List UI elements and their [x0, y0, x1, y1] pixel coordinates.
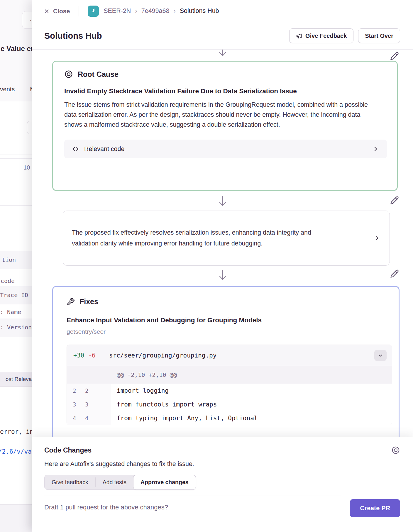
- breadcrumb-page: Solutions Hub: [180, 7, 219, 15]
- root-cause-body: The issue stems from strict validation r…: [64, 100, 377, 130]
- page-title: Solutions Hub: [44, 31, 285, 41]
- target-icon: [64, 70, 73, 79]
- code-icon: [72, 145, 79, 153]
- wrench-icon: [67, 298, 75, 306]
- root-cause-heading-label: Root Cause: [78, 70, 119, 79]
- start-over-button[interactable]: Start Over: [358, 28, 400, 43]
- create-pr-row: Draft 1 pull request for the above chang…: [44, 496, 400, 517]
- fixes-heading-label: Fixes: [79, 297, 98, 306]
- diff-deletions: -6: [88, 352, 96, 359]
- close-icon: [44, 8, 50, 14]
- kv-label-version: : Version: [0, 324, 32, 331]
- approve-changes-tab[interactable]: Approve changes: [133, 475, 196, 490]
- seer-glyph-icon: [90, 8, 97, 15]
- close-button[interactable]: Close: [44, 8, 70, 15]
- fixes-card: Fixes Enhance Input Validation and Debug…: [52, 286, 400, 437]
- fix-title: Enhance Input Validation and Debugging f…: [67, 316, 392, 324]
- solutions-hub-drawer: Close SEER-2N › 7e499a68 › Solutions Hub…: [32, 0, 413, 532]
- chevron-right-icon: [373, 234, 381, 242]
- flow-arrow-down-icon: [216, 50, 229, 58]
- root-cause-heading: Root Cause: [64, 70, 387, 79]
- flow-arrow-down-icon: [216, 269, 229, 282]
- background-footer: [0, 504, 35, 532]
- diff-header: +30 -6 src/seer/grouping/grouping.py: [67, 345, 392, 366]
- edit-fixes-button[interactable]: [389, 268, 400, 279]
- edit-root-cause-button[interactable]: [389, 51, 400, 61]
- divider: [0, 225, 35, 225]
- root-cause-title: Invalid Empty Stacktrace Validation Fail…: [64, 87, 387, 95]
- assessment-body: The proposed fix effectively resolves se…: [72, 227, 337, 249]
- create-pr-button[interactable]: Create PR: [350, 499, 400, 517]
- drawer-topbar: Close SEER-2N › 7e499a68 › Solutions Hub: [32, 0, 413, 22]
- add-tests-tab[interactable]: Add tests: [96, 475, 133, 489]
- assessment-card[interactable]: The proposed fix effectively resolves se…: [63, 211, 390, 266]
- diff-file-path: src/seer/grouping/grouping.py: [109, 352, 217, 359]
- drawer-header: Solutions Hub Give Feedback Start Over: [32, 22, 413, 50]
- relevant-code-label: Relevant code: [84, 145, 124, 153]
- kv-label-trace-id: Trace ID: [0, 292, 28, 299]
- diff-hunk-header: @@ -2,10 +2,10 @@: [67, 366, 392, 384]
- diff-line-numbers: 44: [67, 411, 111, 425]
- diff-line: 22 import logging: [67, 384, 392, 397]
- divider: [79, 6, 79, 16]
- megaphone-icon: [296, 33, 302, 39]
- chevron-right-icon: ›: [135, 7, 137, 15]
- kv-label-tion: tion: [2, 256, 16, 263]
- divider: [0, 205, 35, 206]
- diff-additions: +30: [73, 352, 84, 359]
- action-segmented-control: Give feedback Add tests Approve changes: [44, 475, 196, 490]
- drawer-scroll-area[interactable]: Root Cause Invalid Empty Stacktrace Vali…: [32, 50, 413, 437]
- pencil-icon: [390, 52, 399, 60]
- diff-line-numbers: 33: [67, 397, 111, 411]
- chevron-right-icon: ›: [173, 7, 175, 15]
- divider: [0, 101, 35, 101]
- give-feedback-button[interactable]: Give Feedback: [289, 28, 353, 43]
- issue-title-clipped: e Value er: [1, 45, 33, 53]
- code-changes-title: Code Changes: [44, 446, 92, 454]
- kv-label-code: code: [1, 277, 15, 284]
- code-changes-subtitle: Here are Autofix's suggested changes to …: [44, 460, 400, 468]
- diff-line-code: import logging: [111, 384, 169, 397]
- diff-card: +30 -6 src/seer/grouping/grouping.py @@ …: [67, 345, 392, 425]
- diff-line-code: from typing import Any, List, Optional: [111, 411, 258, 425]
- background-page: ·· e Value er vents Me 10 tion code Trac…: [0, 0, 35, 532]
- docs-link-clipped[interactable]: /2.6/v/va: [0, 448, 32, 455]
- relevant-code-expander[interactable]: Relevant code: [64, 140, 387, 158]
- diff-line: 33 from functools import wraps: [67, 397, 392, 411]
- code-changes-footer: Code Changes Here are Autofix's suggeste…: [32, 437, 413, 532]
- draft-question: Draft 1 pull request for the above chang…: [44, 496, 341, 511]
- diff-line-numbers: 22: [67, 384, 111, 397]
- root-cause-card: Root Cause Invalid Empty Stacktrace Vali…: [52, 61, 398, 191]
- flow-arrow-down-icon: [216, 195, 229, 208]
- kv-label-name: : Name: [0, 309, 21, 316]
- count-label: 10: [23, 164, 30, 171]
- diff-line-code: from functools import wraps: [111, 397, 217, 411]
- seer-logo-icon: [88, 6, 99, 17]
- pencil-icon: [390, 269, 399, 278]
- diff-collapse-button[interactable]: [374, 350, 387, 361]
- breadcrumb-issue[interactable]: 7e499a68: [141, 7, 170, 15]
- fixes-heading: Fixes: [67, 297, 392, 306]
- edit-assessment-button[interactable]: [389, 195, 400, 206]
- breadcrumb: SEER-2N › 7e499a68 › Solutions Hub: [104, 7, 219, 15]
- diff-line: 44 from typing import Any, List, Optiona…: [67, 411, 392, 425]
- divider: [0, 155, 35, 155]
- tab-events-clipped[interactable]: vents: [0, 86, 15, 93]
- stacktrace-text-clipped: error, in: [0, 428, 33, 435]
- chevron-down-icon: [378, 353, 383, 358]
- divider: [0, 158, 35, 159]
- code-changes-header: Code Changes: [44, 446, 400, 455]
- pencil-icon: [390, 196, 399, 205]
- chevron-right-icon: [372, 145, 379, 153]
- close-label: Close: [53, 8, 70, 15]
- give-feedback-tab[interactable]: Give feedback: [45, 475, 95, 489]
- breadcrumb-project[interactable]: SEER-2N: [104, 7, 131, 15]
- fix-repo: getsentry/seer: [67, 328, 392, 335]
- target-icon: [391, 446, 400, 455]
